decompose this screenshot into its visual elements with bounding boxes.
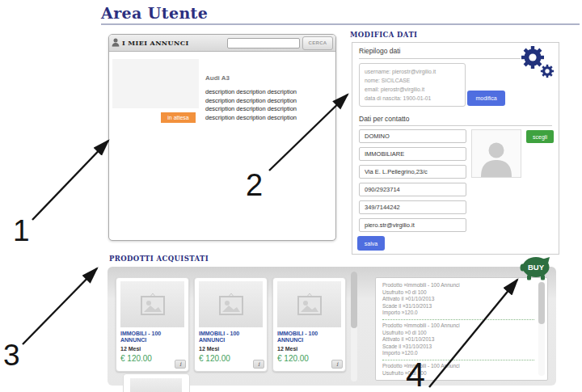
photo-frame-icon: [215, 292, 247, 318]
page-title: Area Utente: [101, 4, 208, 22]
product-image-placeholder: [277, 281, 341, 327]
ad-description-line: description description description: [205, 114, 297, 123]
ad-status-badge: in attesa: [161, 112, 196, 123]
my-ads-panel: I MIEI ANNUNCI CERCA in attesa Audi A3 d…: [108, 34, 336, 241]
product-card[interactable]: IMMOBILI - 100 ANNUNCI 12 Mesi € 120.00 …: [272, 277, 346, 372]
purchase-list-scrollbar[interactable]: [538, 281, 545, 376]
avatar-silhouette-icon: [479, 138, 513, 177]
product-duration: 12 Mesi: [199, 346, 219, 352]
contact-name-field[interactable]: [359, 129, 466, 143]
divider: [359, 58, 521, 59]
product-title-line: IMMOBILI - 100: [120, 331, 161, 337]
buy-button[interactable]: BUY: [520, 255, 554, 280]
buy-button-label: BUY: [528, 263, 545, 272]
product-title: IMMOBILI - 100 ANNUNCI: [120, 331, 161, 344]
product-image-placeholder: [120, 281, 184, 327]
my-ads-header: I MIEI ANNUNCI CERCA: [109, 35, 335, 52]
modifica-dati-heading: MODIFICA DATI: [350, 31, 418, 39]
purchase-usage: Usufruito »0 di 100: [382, 330, 534, 337]
purchase-entry: Prodotto »Immobili - 100 Annunci Usufrui…: [382, 322, 534, 357]
photo-frame-icon: [293, 292, 326, 318]
ad-description-line: description description description: [205, 97, 297, 106]
purchase-list-scrollbar-thumb[interactable]: [538, 282, 545, 324]
user-icon: [112, 36, 120, 50]
summary-nascita: data di nascita: 1900-01-01: [365, 94, 460, 103]
title-divider: [101, 23, 580, 25]
purchase-activated: Attivato il »01/10/2013: [382, 336, 534, 344]
info-icon[interactable]: i: [253, 360, 264, 369]
arrow-1: [32, 141, 108, 220]
prodotti-acquistati-heading: PRODOTTI ACQUISTATI: [109, 255, 209, 263]
prodotti-acquistati-panel: IMMOBILI - 100 ANNUNCI 12 Mesi € 120.00 …: [108, 267, 556, 386]
purchase-product: Prodotto »Immobili - 100 Annunci: [382, 282, 534, 289]
purchase-entry: Prodotto »Immobili - 100 Annunci Usufrui…: [382, 282, 534, 317]
products-scrollbar-thumb[interactable]: [351, 272, 357, 328]
my-ads-list: in attesa Audi A3 description descriptio…: [109, 52, 335, 239]
product-image-placeholder: [199, 281, 263, 327]
product-price: € 120.00: [199, 354, 230, 363]
purchase-expires: Scade il »31/10/2013: [382, 303, 534, 310]
scegli-button[interactable]: scegli: [526, 130, 554, 143]
product-duration: 12 Mesi: [277, 346, 297, 352]
ad-thumbnail-placeholder: [112, 59, 199, 108]
ad-description-line: description description description: [205, 105, 297, 114]
contact-company-field[interactable]: [359, 147, 466, 161]
avatar-placeholder: [471, 129, 521, 178]
product-title-line: ANNUNCI: [120, 337, 161, 344]
product-price: € 120.00: [120, 354, 152, 363]
area-utente-page: Area Utente I MIEI ANNUNCI CERCA in atte…: [0, 0, 582, 392]
purchase-usage: Usufruito »0 di 100: [382, 289, 534, 297]
purchase-amount: Importo »120.0: [382, 310, 534, 317]
arrow-3: [23, 268, 97, 344]
product-card-partial[interactable]: [123, 373, 190, 392]
purchase-expires: Scade il »31/10/2013: [382, 344, 534, 351]
cerca-button[interactable]: CERCA: [302, 36, 333, 50]
product-title-line: IMMOBILI - 100: [199, 331, 239, 337]
salva-button[interactable]: salva: [357, 236, 385, 251]
info-icon[interactable]: i: [331, 360, 343, 369]
contact-mobile-field[interactable]: [359, 200, 466, 214]
my-ads-title: I MIEI ANNUNCI: [122, 39, 189, 47]
product-duration: 12 Mesi: [120, 346, 141, 352]
account-summary-box: username: pierostr@virgilio.it nome: SIC…: [359, 63, 466, 107]
divider: [359, 125, 552, 126]
product-title-line: ANNUNCI: [277, 337, 318, 344]
annotation-number-2: 2: [246, 170, 263, 200]
annotation-number-1: 1: [13, 216, 30, 246]
product-card[interactable]: IMMOBILI - 100 ANNUNCI 12 Mesi € 120.00 …: [194, 277, 268, 372]
settings-gears-icon: [519, 44, 558, 84]
ad-title: Audi A3: [205, 74, 230, 82]
contact-phone-field[interactable]: [359, 183, 466, 196]
ads-search-input[interactable]: [227, 38, 300, 48]
products-scrollbar[interactable]: [351, 272, 357, 381]
modifica-dati-panel: Riepilogo dati: [352, 42, 559, 255]
product-title: IMMOBILI - 100 ANNUNCI: [277, 331, 318, 344]
ad-description: description description description desc…: [205, 88, 297, 122]
contact-email-field[interactable]: [359, 218, 466, 232]
purchase-history-list: Prodotto »Immobili - 100 Annunci Usufrui…: [375, 277, 548, 381]
riepilogo-dati-title: Riepilogo dati: [359, 47, 401, 55]
purchase-activated: Attivato il »01/10/2013: [382, 296, 534, 303]
purchase-product: Prodotto »Immobili - 100 Annunci: [382, 322, 534, 330]
info-icon[interactable]: i: [175, 360, 186, 369]
product-title: IMMOBILI - 100 ANNUNCI: [199, 331, 239, 344]
product-title-line: ANNUNCI: [199, 337, 239, 344]
dati-contatto-title: Dati per contatto: [359, 115, 409, 123]
product-image-placeholder: [130, 378, 182, 392]
photo-frame-icon: [137, 292, 169, 318]
contact-address-field[interactable]: [359, 165, 466, 179]
summary-email: email: pierostr@virgilio.it: [365, 85, 460, 94]
modifica-button[interactable]: modifica: [467, 91, 505, 106]
annotation-number-4: 4: [406, 357, 425, 392]
summary-username: username: pierostr@virgilio.it: [365, 67, 460, 76]
product-price: € 120.00: [277, 354, 309, 363]
product-title-line: IMMOBILI - 100: [277, 331, 318, 337]
ad-description-line: description description description: [205, 88, 297, 97]
product-card[interactable]: IMMOBILI - 100 ANNUNCI 12 Mesi € 120.00 …: [116, 277, 189, 372]
annotation-number-3: 3: [3, 340, 20, 370]
dotted-separator: [382, 319, 534, 320]
piggy-bank-icon: BUY: [520, 255, 554, 280]
summary-nome: nome: SICILCASE: [365, 76, 460, 85]
